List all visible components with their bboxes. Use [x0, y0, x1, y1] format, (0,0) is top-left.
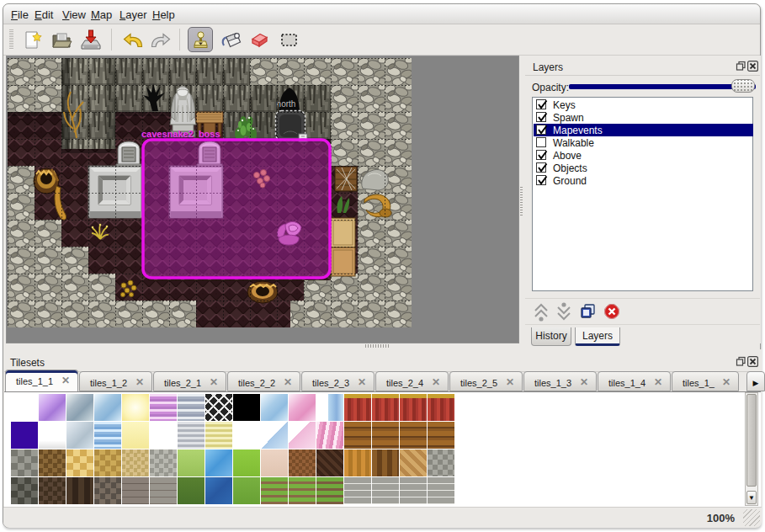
- svg-text:cavesnake2_boss: cavesnake2_boss: [141, 129, 220, 139]
- svg-text:north: north: [277, 99, 296, 109]
